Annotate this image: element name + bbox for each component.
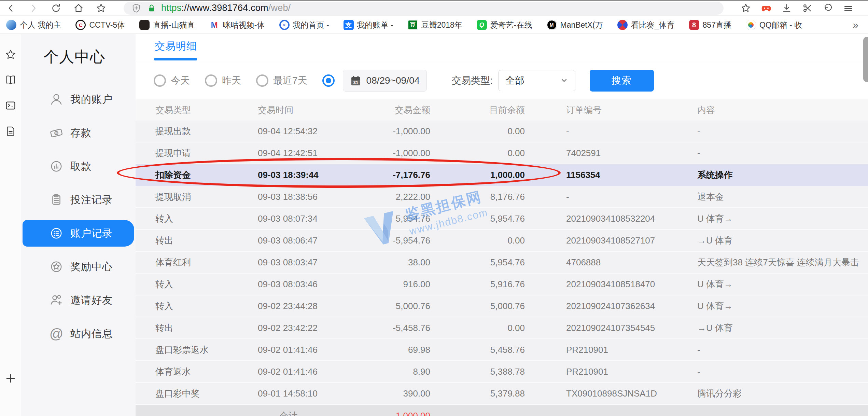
tab-transaction-details[interactable]: 交易明细 <box>155 39 197 53</box>
sports-favicon <box>617 20 628 30</box>
bookmark-item[interactable]: 8857直播 <box>689 20 731 30</box>
cell-transaction-amount: 5,000.76 <box>364 301 430 311</box>
tab-bar: 交易明细 <box>136 34 868 61</box>
reload-icon[interactable] <box>50 2 62 14</box>
bookmark-star-icon[interactable] <box>95 2 107 14</box>
browser-window: https://www.3981764.com/web/ 个人 <box>0 0 868 416</box>
cell-order-number: 202109034108527107 <box>525 235 697 246</box>
sidebar-item-bet-records[interactable]: 投注记录 <box>21 183 136 217</box>
home-icon[interactable] <box>72 2 85 14</box>
total-amount: -1,000.00 <box>364 411 430 416</box>
cell-transaction-type: 体育返水 <box>155 366 258 378</box>
radio-last-7-days[interactable]: 最近7天 <box>256 74 307 87</box>
back-icon[interactable] <box>5 2 17 14</box>
cell-transaction-amount: 390.00 <box>364 388 430 399</box>
radio-circle[interactable] <box>205 74 217 87</box>
cell-transaction-time: 09-03 08:03:47 <box>258 257 364 268</box>
cell-content: →U 体育 <box>697 235 868 247</box>
table-header-cell: 目前余额 <box>430 104 525 116</box>
cell-transaction-time: 09-01 14:58:10 <box>258 388 364 399</box>
user-icon <box>49 92 64 107</box>
toolbar-right-icons <box>740 2 868 14</box>
bookmark-item[interactable]: 个人 我的主 <box>6 20 61 30</box>
radio-custom-range[interactable] <box>322 74 335 87</box>
bookmark-item[interactable]: 直播-山猫直 <box>139 20 195 30</box>
shield-permissions-icon[interactable] <box>131 3 141 13</box>
table-row: 提现申请 09-04 12:42:51 -1,000.00 0.00 74025… <box>136 142 868 164</box>
bookmark-item[interactable]: M咪咕视频-体 <box>209 20 265 30</box>
favorites-star-icon[interactable] <box>5 49 16 60</box>
clipboard-icon <box>49 193 64 207</box>
cell-content: U 体育→ <box>697 300 868 312</box>
menu-icon[interactable] <box>842 2 854 14</box>
table-row: 扣除资金 09-03 18:39:44 -7,176.76 1,000.00 1… <box>136 164 868 186</box>
date-range-value: 08/29~09/04 <box>366 75 420 86</box>
cell-order-number: - <box>525 192 697 202</box>
cell-order-number: 7402591 <box>525 148 697 158</box>
radio-circle-selected[interactable] <box>322 74 335 87</box>
cell-transaction-amount: 38.00 <box>364 257 430 268</box>
download-icon[interactable] <box>781 2 793 14</box>
cell-transaction-type: 转入 <box>155 300 258 312</box>
sidebar-item-site-messages[interactable]: @ 站内信息 <box>21 317 136 350</box>
sidebar-item-deposit[interactable]: $ 存款 <box>21 116 136 150</box>
sidebar-item-withdraw[interactable]: 取款 <box>21 150 136 183</box>
add-panel-plus-icon[interactable] <box>5 373 16 384</box>
favorite-star-icon[interactable] <box>740 2 752 14</box>
cell-current-balance: 8,176.76 <box>430 192 525 202</box>
manbetx-favicon: M <box>547 20 557 30</box>
table-row: 盘口彩票返水 09-02 01:41:46 69.98 5,458.76 PR2… <box>136 339 868 361</box>
table-row: 体育返水 09-02 01:41:46 8.90 5,388.78 PR2109… <box>136 361 868 383</box>
bookmark-item[interactable]: 豆豆瓣2018年 <box>408 20 462 30</box>
extension-gamepad-icon[interactable] <box>760 2 772 14</box>
bookmark-item[interactable]: 看比赛_体育 <box>617 20 675 30</box>
cell-transaction-time: 09-03 08:07:34 <box>258 213 364 224</box>
cell-current-balance: 5,379.88 <box>430 388 525 399</box>
table-row: 盘口彩中奖 09-01 14:58:10 390.00 5,379.88 TX0… <box>136 383 868 405</box>
forward-icon[interactable] <box>27 2 40 14</box>
vertical-scrollbar-thumb[interactable] <box>863 37 868 82</box>
cell-current-balance: 5,916.76 <box>430 279 525 290</box>
cell-transaction-type: 转出 <box>155 322 258 334</box>
svg-text:$: $ <box>55 131 57 135</box>
radio-circle[interactable] <box>154 74 166 87</box>
cell-transaction-time: 09-03 08:06:47 <box>258 235 364 246</box>
scissors-icon[interactable] <box>801 2 813 14</box>
bookmark-item[interactable]: Q爱奇艺-在线 <box>477 20 532 30</box>
bookmark-item[interactable]: MManBetX(万 <box>547 20 603 30</box>
cell-current-balance: 0.00 <box>430 126 525 137</box>
sidebar-item-rewards[interactable]: 奖励中心 <box>21 250 136 283</box>
cell-transaction-amount: 69.98 <box>364 345 430 355</box>
radio-today[interactable]: 今天 <box>154 74 190 87</box>
address-bar[interactable]: https://www.3981764.com/web/ <box>124 2 724 15</box>
reading-list-book-icon[interactable] <box>5 74 16 86</box>
bookmarks-overflow-icon[interactable]: » <box>853 19 858 31</box>
undo-icon[interactable] <box>822 2 834 14</box>
media-panel-icon[interactable] <box>5 100 16 111</box>
cell-content: 腾讯分分彩 <box>697 388 868 400</box>
cell-transaction-type: 转出 <box>155 235 258 247</box>
page-title: 个人中心 <box>44 47 105 67</box>
search-button[interactable]: 搜索 <box>590 70 654 92</box>
cell-transaction-amount: 916.00 <box>364 279 430 290</box>
transaction-type-select[interactable]: 全部 <box>498 70 575 91</box>
sidebar-item-my-account[interactable]: 我的账户 <box>21 83 136 116</box>
svg-text:31: 31 <box>353 80 358 85</box>
url-path: /web/ <box>268 3 291 13</box>
notes-document-icon[interactable] <box>5 125 16 137</box>
cell-order-number: - <box>525 126 697 137</box>
cell-transaction-type: 转入 <box>155 278 258 290</box>
bookmark-item[interactable]: CCCTV-5体 <box>75 20 125 30</box>
cell-transaction-amount: -7,176.76 <box>364 170 430 180</box>
personal-center-sidebar: 个人中心 我的账户 $ 存款 取款 投注记录 账户记录 <box>21 34 136 416</box>
browser-toolbar: https://www.3981764.com/web/ <box>0 0 868 16</box>
sidebar-item-invite-friends[interactable]: 邀请好友 <box>21 283 136 317</box>
bookmark-item[interactable]: ●QQ邮箱 - 收 <box>746 20 802 30</box>
bookmark-item[interactable]: ✕我的首页 - <box>279 20 329 30</box>
bookmark-item[interactable]: 支我的账单 - <box>344 20 393 30</box>
radio-circle[interactable] <box>256 74 268 87</box>
date-range-picker[interactable]: 31 08/29~09/04 <box>343 70 427 92</box>
url-host: ://www.3981764.com <box>182 3 268 13</box>
sidebar-item-account-records[interactable]: 账户记录 <box>21 217 136 250</box>
radio-yesterday[interactable]: 昨天 <box>205 74 241 87</box>
